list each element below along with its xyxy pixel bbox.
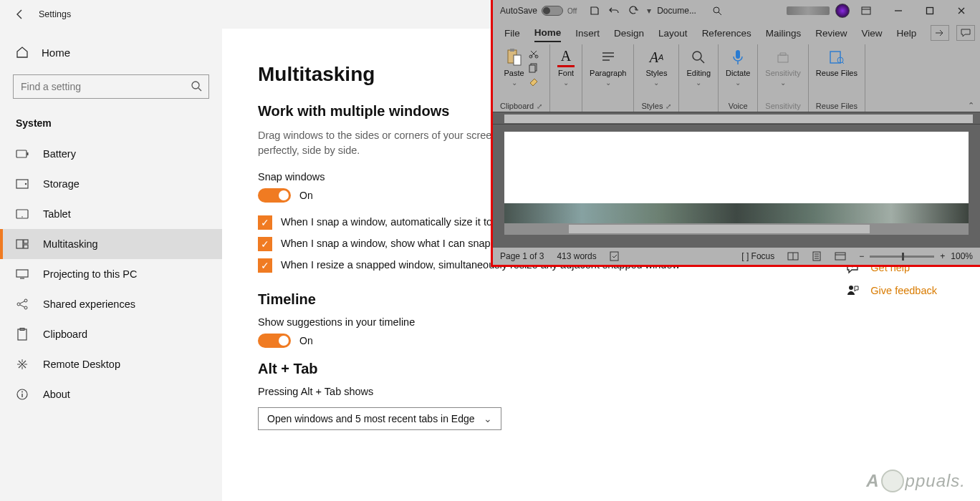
- ribbon-display-icon[interactable]: [861, 6, 871, 15]
- focus-mode-button[interactable]: [ ] Focus: [741, 251, 774, 261]
- about-icon: [16, 388, 29, 401]
- format-painter-icon[interactable]: [529, 77, 539, 87]
- dialog-launcher-icon[interactable]: ⤢: [666, 102, 671, 110]
- zoom-out-icon[interactable]: −: [859, 251, 864, 261]
- styles-icon: AA: [648, 47, 665, 67]
- settings-search-input[interactable]: [13, 74, 209, 99]
- svg-point-30: [693, 52, 701, 60]
- editing-button[interactable]: Editing ⌄: [686, 47, 711, 87]
- paragraph-button[interactable]: Paragraph ⌄: [590, 47, 626, 87]
- tab-layout[interactable]: Layout: [658, 25, 688, 42]
- word-document-area[interactable]: [493, 125, 980, 248]
- tab-file[interactable]: File: [504, 25, 520, 42]
- user-avatar[interactable]: [835, 4, 850, 18]
- close-button[interactable]: [946, 0, 977, 21]
- reuse-files-button[interactable]: Reuse Files: [816, 47, 858, 77]
- timeline-toggle[interactable]: [258, 334, 291, 348]
- editing-label: Editing: [686, 69, 711, 77]
- word-ruler[interactable]: [493, 112, 980, 125]
- sidebar-item-tablet[interactable]: Tablet: [0, 199, 222, 229]
- document-name: Docume...: [657, 6, 696, 16]
- document-image: [504, 203, 969, 223]
- give-feedback-link[interactable]: Give feedback: [846, 284, 937, 297]
- autosave-control[interactable]: AutoSave Off: [500, 6, 577, 16]
- comments-button[interactable]: [956, 25, 975, 41]
- zoom-slider[interactable]: [870, 256, 934, 258]
- print-layout-icon[interactable]: [812, 251, 822, 261]
- tab-mailings[interactable]: Mailings: [766, 25, 802, 42]
- sidebar-item-remote[interactable]: Remote Desktop: [0, 349, 222, 379]
- tab-insert[interactable]: Insert: [575, 25, 600, 42]
- minimize-button[interactable]: [883, 0, 914, 21]
- sidebar-item-label: Shared experiences: [43, 298, 135, 310]
- search-icon: [191, 80, 202, 92]
- chevron-down-icon: ⌄: [484, 413, 492, 424]
- svg-rect-22: [927, 8, 933, 14]
- redo-icon[interactable]: [628, 6, 638, 16]
- share-button[interactable]: [931, 25, 949, 41]
- zoom-level[interactable]: 100%: [951, 251, 973, 261]
- autosave-toggle[interactable]: [542, 6, 563, 16]
- clipboard-icon: [16, 328, 29, 341]
- word-status-bar: Page 1 of 3 413 words [ ] Focus − + 100%: [493, 248, 980, 265]
- user-name[interactable]: [787, 6, 830, 15]
- tab-home[interactable]: Home: [534, 24, 562, 42]
- web-layout-icon[interactable]: [835, 252, 846, 261]
- customize-qat-icon[interactable]: ▾: [647, 6, 651, 16]
- svg-rect-10: [16, 270, 28, 277]
- svg-rect-7: [16, 240, 23, 248]
- paste-button[interactable]: Paste ⌄: [504, 47, 524, 87]
- sidebar-item-battery[interactable]: Battery: [0, 139, 222, 169]
- alttab-dropdown[interactable]: Open windows and 5 most recent tabs in E…: [258, 407, 501, 430]
- autosave-state: Off: [567, 7, 577, 15]
- sidebar-item-storage[interactable]: Storage: [0, 169, 222, 199]
- styles-button[interactable]: AA Styles ⌄: [645, 47, 667, 87]
- font-icon: A: [557, 47, 575, 67]
- status-page[interactable]: Page 1 of 3: [500, 251, 544, 261]
- zoom-control[interactable]: − + 100%: [859, 251, 973, 261]
- sidebar-item-clipboard[interactable]: Clipboard: [0, 319, 222, 349]
- alttab-dropdown-value: Open windows and 5 most recent tabs in E…: [267, 413, 475, 424]
- sidebar-home[interactable]: Home: [0, 39, 222, 66]
- ribbon-group-clipboard: Paste ⌄ Clipboard ⤢: [493, 44, 550, 112]
- svg-rect-24: [510, 49, 514, 52]
- cut-icon[interactable]: [529, 49, 539, 59]
- undo-icon[interactable]: [608, 6, 620, 16]
- chevron-down-icon: ⌄: [511, 79, 517, 87]
- tab-review[interactable]: Review: [815, 25, 847, 42]
- svg-rect-35: [610, 252, 618, 261]
- copy-icon[interactable]: [529, 63, 539, 73]
- collapse-ribbon-icon[interactable]: ⌃: [968, 101, 974, 110]
- tab-references[interactable]: References: [702, 25, 751, 42]
- clipboard-group-label: Clipboard: [500, 102, 534, 110]
- save-icon[interactable]: [590, 6, 600, 16]
- multitasking-icon: [16, 238, 29, 250]
- svg-rect-14: [18, 329, 27, 340]
- maximize-button[interactable]: [914, 0, 946, 21]
- sidebar-item-label: Battery: [43, 148, 76, 160]
- dialog-launcher-icon[interactable]: ⤢: [537, 102, 542, 110]
- svg-rect-8: [24, 240, 28, 243]
- word-window: AutoSave Off ▾ Docume... File Home Inser…: [493, 0, 980, 265]
- back-button[interactable]: [4, 0, 36, 29]
- sidebar-item-shared[interactable]: Shared experiences: [0, 289, 222, 319]
- spellcheck-icon[interactable]: [610, 251, 621, 261]
- horizontal-scrollbar[interactable]: [504, 223, 969, 235]
- dictate-label: Dictate: [726, 69, 750, 77]
- sidebar-item-about[interactable]: About: [0, 379, 222, 409]
- sidebar-item-projecting[interactable]: Projecting to this PC: [0, 259, 222, 289]
- tab-view[interactable]: View: [861, 25, 882, 42]
- sidebar-item-label: Multitasking: [43, 238, 98, 250]
- tab-design[interactable]: Design: [614, 25, 644, 42]
- sidebar-item-multitasking[interactable]: Multitasking: [0, 229, 222, 259]
- font-button[interactable]: A Font ⌄: [557, 47, 575, 87]
- titlebar-search-icon[interactable]: [712, 6, 722, 16]
- zoom-in-icon[interactable]: +: [940, 251, 945, 261]
- status-words[interactable]: 413 words: [557, 251, 596, 261]
- tab-help[interactable]: Help: [897, 25, 917, 42]
- dictate-button[interactable]: Dictate ⌄: [726, 47, 750, 87]
- sidebar-item-label: Tablet: [43, 208, 71, 220]
- read-mode-icon[interactable]: [787, 252, 799, 261]
- snap-windows-toggle[interactable]: [258, 188, 291, 203]
- word-titlebar: AutoSave Off ▾ Docume...: [493, 0, 980, 21]
